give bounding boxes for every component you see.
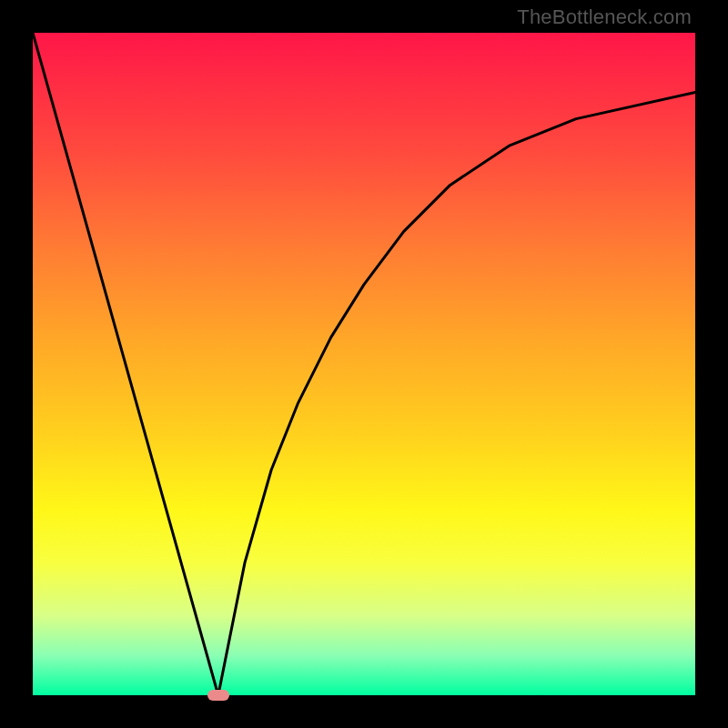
chart-frame: TheBottleneck.com (0, 0, 728, 728)
watermark-text: TheBottleneck.com (517, 5, 692, 29)
v-curve (33, 33, 695, 695)
plot-area (33, 33, 695, 695)
minimum-marker (207, 690, 229, 701)
curve-path (33, 33, 695, 695)
